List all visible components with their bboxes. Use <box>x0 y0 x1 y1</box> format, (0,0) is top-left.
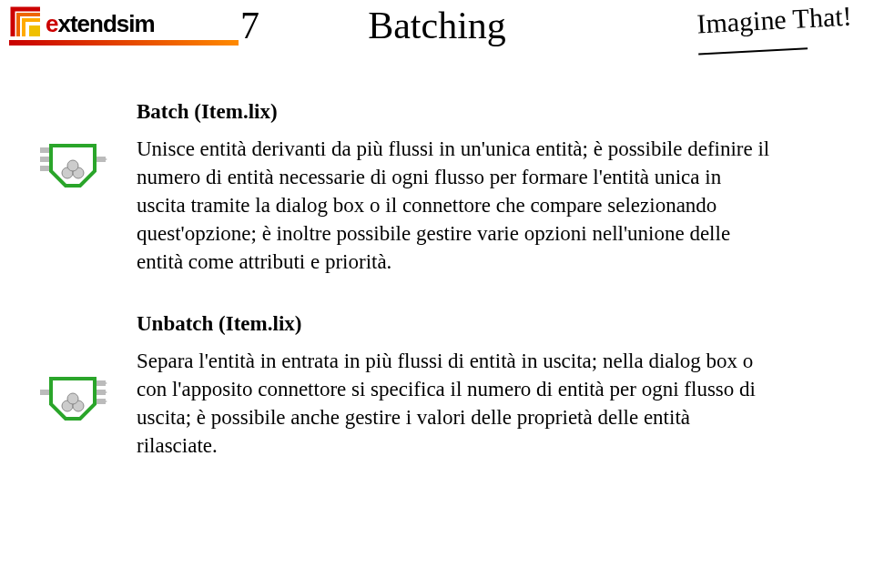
section-title: Unbatch (Item.lix) <box>137 312 774 336</box>
extendsim-logo-icon <box>9 5 42 38</box>
section-body: Unisce entità derivanti da più flussi in… <box>137 135 774 276</box>
logo-underline <box>9 40 239 46</box>
brand-tagline: Imagine That! <box>696 5 853 57</box>
page-header: extendsim 7 Batching Imagine That! <box>0 0 874 73</box>
section-title: Batch (Item.lix) <box>137 100 774 124</box>
page-number: 7 <box>240 4 259 47</box>
logo: extendsim <box>9 5 246 46</box>
svg-rect-0 <box>29 25 40 36</box>
section-batch: Batch (Item.lix) Unisce entità derivanti… <box>137 100 774 276</box>
page-title: Batching <box>368 4 506 47</box>
section-body: Separa l'entità in entrata in più flussi… <box>137 347 774 460</box>
section-unbatch: Unbatch (Item.lix) Separa l'entità in en… <box>137 312 774 460</box>
logo-text: extendsim <box>46 10 155 38</box>
content-area: Batch (Item.lix) Unisce entità derivanti… <box>0 73 874 460</box>
